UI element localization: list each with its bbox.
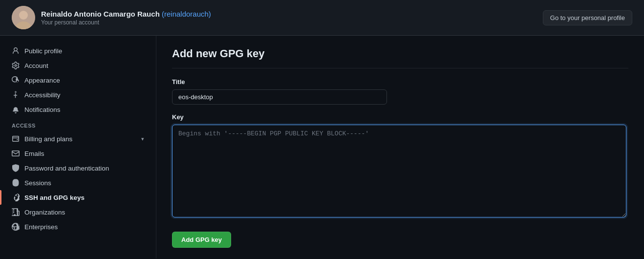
sidebar-label-notifications: Notifications	[24, 106, 61, 113]
avatar	[12, 6, 35, 29]
globe-icon	[12, 223, 20, 231]
title-label: Title	[172, 78, 628, 86]
shield-icon	[12, 164, 20, 172]
key-icon	[12, 194, 20, 201]
sidebar-item-account[interactable]: Account	[0, 58, 156, 73]
accessibility-icon	[12, 91, 20, 99]
sidebar-item-organizations[interactable]: Organizations	[0, 205, 156, 219]
header-left: Reinaldo Antonio Camargo Rauch (reinaldo…	[12, 6, 211, 29]
sidebar: Public profile Account Appearance	[0, 36, 156, 259]
paintbrush-icon	[12, 76, 20, 84]
avatar-image	[12, 6, 35, 29]
title-input[interactable]	[172, 89, 387, 105]
sidebar-item-sessions[interactable]: Sessions	[0, 175, 156, 190]
user-subtitle: Your personal account	[41, 19, 211, 26]
person-icon	[12, 47, 20, 55]
user-full-name: Reinaldo Antonio Camargo Rauch (reinaldo…	[41, 10, 211, 18]
broadcast-icon	[12, 179, 20, 187]
sidebar-item-notifications[interactable]: Notifications	[0, 102, 156, 117]
bell-icon	[12, 106, 20, 113]
sidebar-label-account: Account	[24, 62, 48, 69]
access-section-label: Access	[0, 117, 156, 131]
svg-point-1	[19, 11, 28, 20]
sidebar-label-password-auth: Password and authentication	[24, 165, 109, 172]
billing-item-inner: Billing and plans ▾	[24, 135, 144, 143]
sidebar-item-enterprises[interactable]: Enterprises	[0, 219, 156, 234]
sidebar-label-organizations: Organizations	[24, 209, 65, 216]
sidebar-item-accessibility[interactable]: Accessibility	[0, 87, 156, 102]
billing-icon	[12, 135, 20, 143]
title-form-group: Title	[172, 78, 628, 105]
sidebar-item-public-profile[interactable]: Public profile	[0, 43, 156, 58]
sidebar-item-billing[interactable]: Billing and plans ▾	[0, 131, 156, 146]
key-textarea[interactable]	[172, 125, 626, 217]
add-gpg-key-button[interactable]: Add GPG key	[172, 232, 231, 248]
sidebar-label-emails: Emails	[24, 150, 44, 157]
sidebar-label-public-profile: Public profile	[24, 47, 62, 55]
key-form-group: Key	[172, 113, 628, 219]
chevron-down-icon: ▾	[141, 136, 144, 142]
sidebar-label-enterprises: Enterprises	[24, 223, 58, 231]
sidebar-item-ssh-gpg-keys[interactable]: SSH and GPG keys	[0, 190, 156, 205]
sidebar-label-appearance: Appearance	[24, 77, 60, 84]
main-content: Add new GPG key Title Key Add GPG key	[156, 36, 644, 259]
sidebar-item-appearance[interactable]: Appearance	[0, 73, 156, 87]
username: (reinaldorauch)	[162, 10, 211, 18]
key-label: Key	[172, 113, 628, 121]
org-icon	[12, 208, 20, 216]
user-info: Reinaldo Antonio Camargo Rauch (reinaldo…	[41, 10, 211, 26]
sidebar-item-password-auth[interactable]: Password and authentication	[0, 161, 156, 175]
sidebar-label-billing: Billing and plans	[24, 135, 72, 143]
email-icon	[12, 150, 20, 157]
sidebar-label-ssh-gpg-keys: SSH and GPG keys	[24, 194, 85, 201]
go-to-profile-button[interactable]: Go to your personal profile	[543, 10, 632, 25]
sidebar-label-accessibility: Accessibility	[24, 91, 61, 99]
header: Reinaldo Antonio Camargo Rauch (reinaldo…	[0, 0, 644, 36]
page-title: Add new GPG key	[172, 47, 628, 68]
gear-icon	[12, 62, 20, 69]
sidebar-label-sessions: Sessions	[24, 179, 51, 187]
layout: Public profile Account Appearance	[0, 36, 644, 259]
sidebar-item-emails[interactable]: Emails	[0, 146, 156, 161]
